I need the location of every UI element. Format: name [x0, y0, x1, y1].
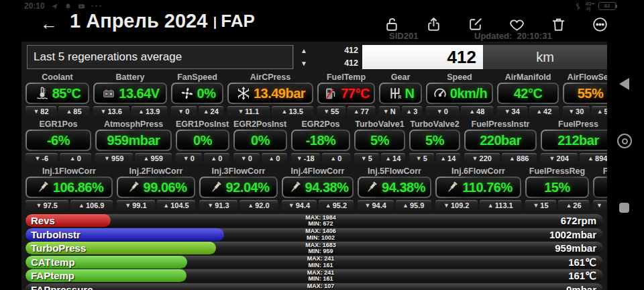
gauge-airflowsen[interactable]: AirFlowSen55%▼30▲55	[563, 72, 607, 116]
bar-revs[interactable]: RevsMAX: 1984MIN: 672672rpm	[25, 214, 603, 227]
bar-cattemp[interactable]: CATtempMAX: 241MIN: 161161℃	[25, 256, 603, 269]
gauge-max: ▲106.9	[70, 200, 113, 210]
gauge-label: Fu	[593, 166, 607, 177]
gauge-min: ▼11.1	[227, 106, 270, 116]
gauge-minmax: ▼0▲0	[176, 153, 229, 163]
gauge-inj-3flowcorr[interactable]: Inj.3FlowCorr92.04%▼91.3▲92.0	[199, 166, 278, 210]
gauge-label: Coolant	[25, 72, 89, 83]
up-arrow-icon: ▲	[385, 155, 391, 162]
gauge-turbovalve2[interactable]: TurboValve25%▼5▲14	[409, 119, 460, 163]
up-arrow-icon: ▲	[138, 108, 144, 115]
gauge-min: ▼55	[317, 106, 345, 116]
gauge-aircpress[interactable]: AirCPress13.49bar▼11.1▲13.5	[227, 72, 313, 116]
injector-icon	[125, 180, 142, 195]
gauge-egr1posinstr[interactable]: EGR1PosInstr0%▼0▲0	[176, 119, 229, 163]
updated-timestamp: Updated: 20:10:31	[474, 31, 552, 41]
regen-current-value[interactable]: 412	[362, 45, 483, 69]
gauge-value-box: 92.04%	[199, 177, 278, 198]
gauge-label: FuelPressInstr	[464, 119, 537, 130]
bar-turboinstr[interactable]: TurboInstrMAX: 1406MIN: 10021002mbar	[25, 228, 603, 241]
fuel-icon	[323, 86, 339, 101]
bar-max-min: MAX: 1406MIN: 1002	[284, 228, 358, 241]
fan-icon	[179, 86, 195, 101]
gauge-max: ▲0	[262, 153, 288, 163]
up-arrow-icon: ▲	[536, 108, 542, 115]
more-options-icon[interactable]	[592, 16, 608, 36]
bar-value: 959mbar	[555, 242, 596, 254]
android-home-button[interactable]	[617, 134, 632, 148]
gauge-inj-5flowcorr[interactable]: Inj.5FlowCorr94.38%▼94.4▲95.9	[358, 166, 431, 210]
gauge-battery[interactable]: Battery13.64V▼13.6▲13.9	[93, 72, 167, 116]
gauge-airmanifold[interactable]: AirManifold42°C▼34▲42	[497, 72, 559, 116]
gauge-turbovalve1[interactable]: TurboValve15%▼5▲14	[354, 119, 405, 163]
bar-label: TurboInstr	[31, 228, 80, 241]
gauge-min: ▼220	[464, 153, 500, 163]
share-icon[interactable]	[425, 16, 442, 36]
injector-icon	[364, 180, 380, 195]
bar-turbopress[interactable]: TurboPressMAX: 1683MIN: 959959mbar	[25, 242, 603, 254]
gauge-min: ▼	[593, 200, 607, 210]
gauge-fueltemp[interactable]: FuelTemp77°C▼55▲77	[317, 72, 375, 116]
gauge-gear[interactable]: GearRN▼N▲3	[379, 72, 422, 116]
gauge-grid: Coolant85°C▼82▲85Battery13.64V▼13.6▲13.9…	[21, 72, 607, 210]
gauge-minmax: ▼204▲894	[541, 153, 607, 163]
gauge-value: 5%	[370, 133, 389, 148]
bar-fappressure[interactable]: FAPpressureMAX: 107MIN: 00mbar	[25, 283, 603, 290]
snowflake-icon	[235, 86, 252, 101]
gauge-label: AtmosphPress	[95, 119, 172, 130]
gauge-inj-6flowcorr[interactable]: Inj.6FlowCorr110.76%▼109.2▲113.1	[435, 166, 521, 210]
gauge-fuelpressreg[interactable]: FuelPressReg15%▼15▲26	[525, 166, 589, 210]
bar-value: 161℃	[568, 256, 596, 269]
gauge-max: ▲77	[347, 106, 376, 116]
gauge-value-box: 13.49bar	[227, 83, 313, 104]
gauge-egr1pos[interactable]: EGR1Pos-6%▼-6▲0	[25, 119, 91, 163]
gauge-row-2: EGR1Pos-6%▼-6▲0AtmosphPress959mbar▼959▲9…	[21, 119, 607, 163]
speedo-icon	[432, 86, 448, 101]
down-arrow-icon: ▼	[443, 202, 449, 209]
up-arrow-icon: ▲	[268, 155, 274, 162]
gauge-fuelpressinstr[interactable]: FuelPressInstr220bar▼220▲886	[464, 119, 537, 163]
gauge-value-box: RN	[379, 83, 422, 104]
gauge-inj-1flowcorr[interactable]: Inj.1FlowCorr106.86%▼97.5▲106.9	[25, 166, 113, 210]
gauge-value: 15%	[544, 180, 570, 195]
gauge-max: ▲959	[135, 153, 172, 163]
gauge-fuelpress[interactable]: FuelPress212bar▼204▲894	[541, 119, 607, 163]
gauge-max: ▲3	[402, 106, 423, 116]
gauge-minmax: ▼11.1▲13.5	[227, 106, 313, 116]
android-back-button[interactable]	[619, 78, 629, 90]
gauge-minmax: ▼220▲886	[464, 153, 537, 163]
gauge-minmax: ▼0▲48	[426, 106, 493, 116]
bar-faptemp[interactable]: FAPtempMAX: 241MIN: 161161℃	[25, 269, 603, 282]
gearshift-icon: R	[387, 86, 403, 101]
gauge-min: ▼30	[563, 106, 590, 116]
down-arrow-icon: ▼	[241, 155, 247, 162]
down-arrow-icon: ▼	[596, 202, 602, 209]
bar-max-min: MAX: 241MIN: 161	[284, 270, 358, 283]
gauge-inj-4flowcorr[interactable]: Inj.4FlowCorr94.38%▼94.4▲95.2	[282, 166, 354, 210]
down-arrow-icon: ▼	[125, 202, 131, 209]
gauge-speed[interactable]: Speed0km/h▼0▲48	[426, 72, 493, 116]
gauge-minmax: ▼15▲26	[525, 200, 589, 210]
gauge-coolant[interactable]: Coolant85°C▼82▲85	[25, 72, 89, 116]
gauge-egr2posinstr[interactable]: EGR2PosInstr0%▼0▲0	[233, 119, 287, 163]
gauge-value: 0%	[251, 133, 270, 148]
gauge-egr2pos[interactable]: EGR2Pos-18%▼-18▲0	[291, 119, 350, 163]
gauge-value-box: 0%	[233, 130, 287, 151]
gauge-value-box: 106.86%	[25, 177, 113, 198]
gauge-inj-2flowcorr[interactable]: Inj.2FlowCorr99.06%▼99.1▲104.5	[117, 166, 195, 210]
back-button[interactable]: ←	[40, 14, 58, 33]
trash-icon[interactable]	[550, 16, 567, 36]
gauge-fu[interactable]: Fu▼▲	[593, 166, 607, 210]
gauge-atmosphpress[interactable]: AtmosphPress959mbar▼959▲959	[95, 119, 172, 163]
gauge-fanspeed[interactable]: FanSpeed0%▼0▲24	[171, 72, 223, 116]
gauge-min: ▼N	[379, 106, 400, 116]
gauge-max: ▲26	[558, 200, 589, 210]
android-recents-button[interactable]	[619, 203, 629, 213]
regen-minmax: ▲ 412 ▼ 412	[293, 45, 362, 69]
gauge-value-box: 42°C	[497, 83, 559, 104]
gauge-min: ▼34	[497, 106, 527, 116]
gauge-max: ▲104.5	[157, 200, 195, 210]
gauge-value-box: 85°C	[25, 83, 89, 104]
gauge-min: ▼109.2	[435, 200, 478, 210]
gauge-value-box: 0%	[171, 83, 223, 104]
